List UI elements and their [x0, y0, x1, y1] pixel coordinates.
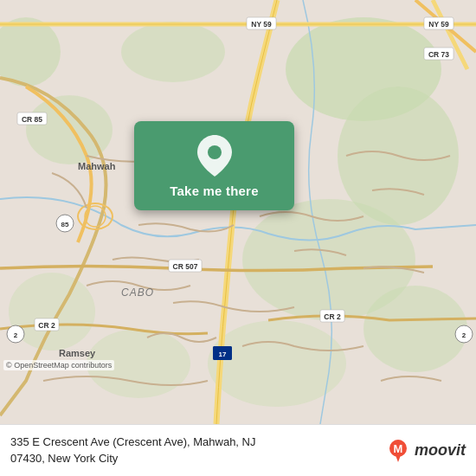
map-container: 17 NY 59 NY 59 CR 73 — [0, 0, 476, 424]
svg-text:CR 507: CR 507 — [173, 262, 198, 271]
svg-text:Ramsey: Ramsey — [59, 348, 96, 358]
location-pin-icon — [197, 135, 232, 177]
svg-text:Mahwah: Mahwah — [78, 161, 116, 171]
osm-attribution: © OpenStreetMap contributors — [3, 360, 114, 370]
svg-text:CR 2: CR 2 — [324, 312, 341, 321]
moovit-name: moovit — [415, 441, 466, 460]
svg-text:17: 17 — [219, 351, 227, 358]
svg-point-7 — [121, 22, 225, 82]
moovit-icon: M — [385, 438, 411, 464]
svg-text:CR 2: CR 2 — [38, 321, 55, 330]
svg-text:CABO: CABO — [121, 286, 154, 299]
action-card: Take me there — [134, 121, 294, 210]
svg-text:CR 85: CR 85 — [22, 115, 42, 124]
svg-text:M: M — [394, 442, 403, 455]
svg-text:NY 59: NY 59 — [428, 20, 449, 29]
take-me-there-button[interactable]: Take me there — [170, 183, 258, 198]
address-text: 335 E Crescent Ave (Crescent Ave), Mahwa… — [10, 434, 385, 466]
moovit-logo: M moovit — [385, 438, 466, 464]
svg-point-39 — [208, 145, 222, 159]
svg-text:CR 73: CR 73 — [428, 50, 449, 59]
bottom-bar: 335 E Crescent Ave (Crescent Ave), Mahwa… — [0, 424, 476, 476]
svg-text:85: 85 — [61, 221, 69, 228]
svg-text:2: 2 — [462, 331, 466, 339]
svg-text:2: 2 — [14, 331, 18, 339]
svg-point-4 — [363, 286, 467, 372]
svg-text:NY 59: NY 59 — [251, 20, 272, 29]
